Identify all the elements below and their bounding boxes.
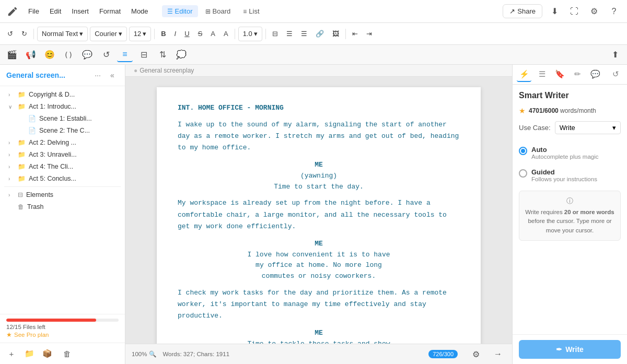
divider2 [154, 29, 155, 39]
menu-file[interactable]: File [24, 5, 43, 17]
bold-button[interactable]: B [158, 28, 169, 40]
action-btn[interactable]: 📢 [23, 48, 39, 62]
comment-btn[interactable]: 💭 [173, 48, 189, 62]
underline-button[interactable]: U [181, 28, 192, 40]
radio-auto[interactable] [519, 147, 527, 155]
sidebar-label-elements: Elements [26, 191, 53, 198]
see-pro-label: See Pro plan [14, 332, 49, 338]
chevron-act5: › [8, 176, 16, 182]
sidebar-item-copyright[interactable]: › 📁 Copyright & D... [2, 89, 123, 100]
font-color-button[interactable]: A [207, 28, 218, 40]
tab-editor[interactable]: ☰ Editor [162, 5, 198, 17]
smart-tab-lightning[interactable]: ⚡ [517, 67, 531, 82]
expand-button[interactable]: ⛶ [566, 4, 582, 19]
size-select[interactable]: 12 ▾ [129, 27, 151, 41]
menu-insert[interactable]: Insert [67, 5, 93, 17]
help-button[interactable]: ? [606, 4, 622, 19]
folder-icon-act4: 📁 [18, 163, 26, 170]
strikethrough-button[interactable]: S [195, 28, 206, 40]
sidebar-item-act3[interactable]: › 📁 Act 3: Unraveli... [2, 149, 123, 160]
indent-button[interactable]: ☰ [298, 28, 310, 40]
menu-mode[interactable]: Mode [127, 5, 153, 17]
unordered-list-button[interactable]: ☰ [283, 28, 296, 40]
font-select[interactable]: Courier ▾ [90, 27, 127, 41]
word-usage-count: 4701/6000 words/month [529, 107, 596, 114]
line-height-chevron: ▾ [254, 30, 258, 38]
link-button[interactable]: 🔗 [312, 28, 327, 40]
align-right-button[interactable]: ⇥ [363, 28, 375, 40]
footer-arrow-icon[interactable]: → [490, 346, 506, 362]
share-button[interactable]: ↗ Share [503, 4, 542, 18]
write-button[interactable]: ✒ Write [519, 340, 621, 359]
undo-button[interactable]: ↺ [4, 28, 16, 40]
sidebar-item-scene2[interactable]: 📄 Scene 2: The C... [2, 125, 123, 136]
redo-button[interactable]: ↻ [18, 28, 30, 40]
warning-text-before: Write requires [525, 209, 564, 215]
menu-format[interactable]: Format [95, 5, 125, 17]
footer-settings-icon[interactable]: ⚙ [468, 346, 484, 362]
add-package-button[interactable]: 📦 [40, 346, 54, 361]
dialogue-btn[interactable]: 💬 [79, 48, 95, 62]
scene-btn[interactable]: 🎬 [4, 48, 20, 62]
see-pro-link[interactable]: ★ See Pro plan [6, 331, 119, 338]
sidebar-header: General screen... ··· « [0, 65, 125, 86]
radio-guided[interactable] [519, 169, 527, 178]
sidebar-item-scene1[interactable]: 📄 Scene 1: Establi... [2, 113, 123, 124]
files-left-text: 12/15 Files left [6, 324, 119, 330]
word-count: Words: 327; Chars: 1911 [162, 351, 229, 357]
smart-tab-chat[interactable]: 💬 [588, 67, 602, 82]
download-button[interactable]: ⬇ [547, 4, 562, 19]
chevron-elements: › [8, 192, 16, 198]
star-usage-icon: ★ [519, 107, 526, 115]
size-chevron: ▾ [143, 30, 146, 38]
divider4 [265, 29, 266, 39]
add-item-button[interactable]: + [4, 346, 19, 361]
editor-scroll[interactable]: INT. HOME OFFICE - MORNING I wake up to … [125, 77, 512, 344]
settings-button[interactable]: ⚙ [586, 4, 602, 19]
block-btn[interactable]: ⊟ [136, 48, 152, 62]
sidebar-item-act2[interactable]: › 📁 Act 2: Delving ... [2, 137, 123, 148]
line-height-select[interactable]: 1.0 ▾ [238, 27, 262, 41]
use-case-select[interactable]: Write ▾ [555, 121, 621, 134]
sidebar-collapse-btn[interactable]: « [106, 69, 119, 81]
ordered-list-button[interactable]: ⊟ [269, 28, 281, 40]
editor-page[interactable]: INT. HOME OFFICE - MORNING I wake up to … [157, 87, 481, 344]
elements-icon: ⊟ [18, 191, 23, 198]
text-style-select[interactable]: Normal Text ▾ [37, 27, 88, 41]
mode-auto-option[interactable]: Auto Autocomplete plus magic [519, 142, 621, 164]
character-btn[interactable]: 😊 [42, 48, 57, 62]
tab-list[interactable]: ≡ List [238, 5, 264, 17]
sidebar-item-trash[interactable]: 🗑 Trash [2, 201, 123, 213]
sidebar-item-act5[interactable]: › 📁 Act 5: Conclus... [2, 173, 123, 184]
divider5 [345, 29, 346, 39]
screenplay-action-3: I check my work tasks for the day and pr… [178, 287, 460, 322]
warning-info-icon: ⓘ [525, 196, 615, 206]
delete-button[interactable]: 🗑 [60, 346, 74, 361]
sidebar-item-act4[interactable]: › 📁 Act 4: The Cli... [2, 161, 123, 172]
align-left-button[interactable]: ⇤ [349, 28, 361, 40]
parenthetical-btn[interactable]: () [61, 48, 76, 62]
image-button[interactable]: 🖼 [329, 28, 342, 40]
sidebar-more-btn[interactable]: ··· [91, 69, 104, 81]
italic-button[interactable]: I [171, 28, 180, 40]
sidebar-item-elements[interactable]: › ⊟ Elements [2, 189, 123, 201]
doc-icon-scene1: 📄 [28, 115, 36, 122]
divider1 [33, 29, 34, 39]
add-folder-button[interactable]: 📁 [22, 346, 37, 361]
highlight-button[interactable]: A [220, 28, 231, 40]
sidebar-bottom-bar: + 📁 📦 🗑 [0, 343, 125, 364]
smart-panel-history-btn[interactable]: ↺ [608, 67, 623, 82]
zoom-control[interactable]: 100% 🔍 [132, 350, 156, 358]
menu-bar: File Edit Insert Format Mode [24, 5, 153, 17]
menu-edit[interactable]: Edit [45, 5, 65, 17]
tab-board[interactable]: ⊞ Board [200, 5, 236, 17]
smart-tab-edit[interactable]: ✏ [570, 67, 585, 82]
sort-btn[interactable]: ⇅ [155, 48, 170, 62]
sidebar-item-act1[interactable]: ∨ 📁 Act 1: Introduc... [2, 101, 123, 112]
upload-btn[interactable]: ⬆ [607, 48, 623, 62]
mode-guided-option[interactable]: Guided Follows your instructions [519, 164, 621, 186]
smart-tab-doc[interactable]: ☰ [535, 67, 549, 82]
smart-tab-bookmark[interactable]: 🔖 [552, 67, 567, 82]
align-center-btn[interactable]: ≡ [117, 48, 133, 62]
undo2-btn[interactable]: ↺ [98, 48, 114, 62]
